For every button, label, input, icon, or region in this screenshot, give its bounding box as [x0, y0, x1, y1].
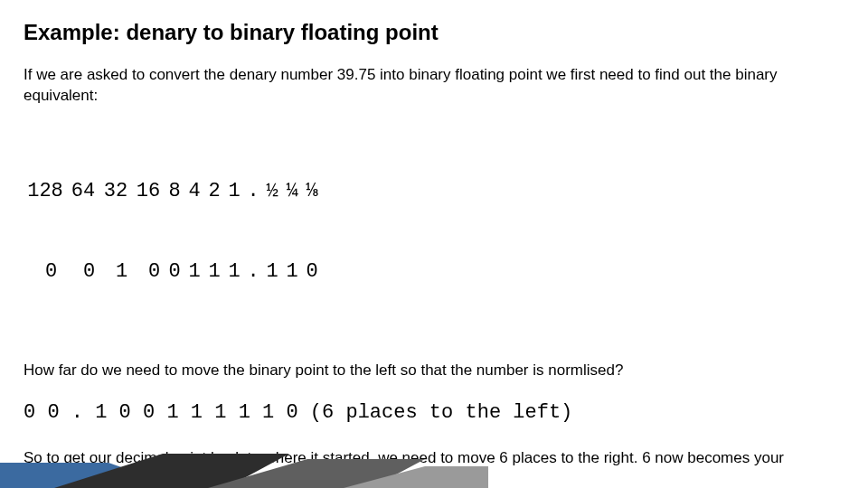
col-32: 32	[99, 178, 132, 205]
title: Example: denary to binary floating point	[24, 20, 844, 45]
col-16: 16	[132, 178, 165, 205]
place-value-table: 128 64 32 16 8 4 2 1 . ½ ¼ ⅛ 0 0 1 0 0 1…	[24, 125, 844, 340]
bit-1: 1	[224, 258, 244, 286]
slide: Example: denary to binary floating point…	[0, 0, 868, 488]
normalised-binary: 0 0 . 1 0 0 1 1 1 1 1 0 (6 places to the…	[24, 399, 844, 427]
bit-8: 0	[165, 258, 184, 286]
bit-16: 0	[132, 258, 165, 286]
col-quarter: ¼	[282, 178, 302, 205]
col-8: 8	[165, 178, 184, 205]
bit-4: 1	[184, 258, 204, 286]
col-4: 4	[184, 178, 204, 205]
col-eighth: ⅛	[302, 178, 322, 205]
col-half: ½	[262, 178, 282, 205]
bit-32: 1	[99, 258, 132, 286]
exponent-paragraph: So to get our decimal point back to wher…	[24, 448, 844, 488]
col-64: 64	[67, 178, 99, 205]
bit-half: 1	[262, 258, 282, 286]
bit-2: 1	[204, 258, 224, 286]
col-point: .	[244, 178, 262, 205]
bit-eighth: 0	[302, 258, 322, 286]
intro-paragraph: If we are asked to convert the denary nu…	[24, 65, 844, 107]
table-header-row: 128 64 32 16 8 4 2 1 . ½ ¼ ⅛	[24, 178, 844, 205]
col-128: 128	[24, 178, 67, 205]
bit-128: 0	[24, 258, 67, 286]
question-paragraph: How far do we need to move the binary po…	[24, 361, 844, 381]
col-2: 2	[204, 178, 224, 205]
bit-point: .	[244, 258, 262, 286]
bit-quarter: 1	[282, 258, 302, 286]
table-bits-row: 0 0 1 0 0 1 1 1 . 1 1 0	[24, 258, 844, 286]
bit-64: 0	[67, 258, 99, 286]
col-1: 1	[224, 178, 244, 205]
